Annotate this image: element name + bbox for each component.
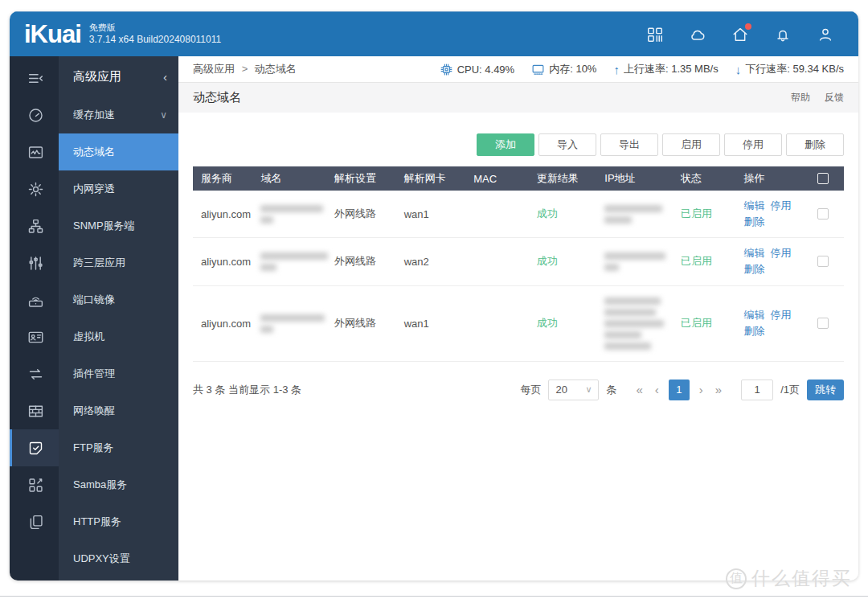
version-info: 免费版 3.7.14 x64 Build202408011011 <box>89 23 221 46</box>
rail-item-note-check[interactable] <box>10 429 59 466</box>
apps-grid-icon[interactable] <box>646 26 664 43</box>
user-icon[interactable] <box>817 26 834 43</box>
cell-ip-address <box>598 238 674 285</box>
page-jump-input[interactable]: 1 <box>741 380 773 400</box>
编辑-link[interactable]: 编辑 <box>743 198 764 214</box>
cell-select <box>811 285 844 361</box>
help-link[interactable]: 帮助 <box>791 91 810 105</box>
system-stats: CPU: 4.49%内存: 10%↑上行速率: 1.35 MB/s↓下行速率: … <box>440 62 844 76</box>
select-all-checkbox[interactable] <box>817 173 829 184</box>
sidebar-item-跨三层应用[interactable]: 跨三层应用 <box>59 244 178 281</box>
user-icon <box>817 26 834 43</box>
home-icon[interactable] <box>731 26 749 43</box>
cell-provider: aliyun.com <box>193 285 254 361</box>
status-bar: 高级应用 > 动态域名 CPU: 4.49%内存: 10%↑上行速率: 1.35… <box>178 56 858 83</box>
编辑-link[interactable]: 编辑 <box>743 307 764 323</box>
停用-button[interactable]: 停用 <box>724 133 782 156</box>
sidebar-item-UDPXY设置[interactable]: UDPXY设置 <box>59 540 178 577</box>
arrow-up-icon: ↑ <box>613 64 620 76</box>
feedback-link[interactable]: 反馈 <box>825 91 844 105</box>
编辑-link[interactable]: 编辑 <box>743 245 764 261</box>
notification-badge <box>745 23 751 30</box>
删除-link[interactable]: 删除 <box>743 261 764 277</box>
删除-link[interactable]: 删除 <box>743 214 764 230</box>
redacted-text <box>260 314 325 322</box>
per-page-select[interactable]: 20 ∨ <box>548 380 599 400</box>
sidebar-header-advanced-apps[interactable]: 高级应用 ‹ <box>59 56 178 96</box>
cell-update-result: 成功 <box>530 238 599 285</box>
action-toolbar: 添加导入导出启用停用删除 <box>193 133 844 156</box>
删除-link[interactable]: 删除 <box>743 323 764 339</box>
sidebar-item-label: 动态域名 <box>73 145 115 159</box>
next-page-button[interactable]: › <box>697 383 706 396</box>
cell-provider: aliyun.com <box>193 191 254 238</box>
memory-icon <box>531 63 545 76</box>
添加-button[interactable]: 添加 <box>477 133 534 156</box>
chevron-down-icon: ∨ <box>160 109 167 121</box>
rail-item-menu-collapse[interactable] <box>10 59 59 96</box>
rail-item-wireless[interactable] <box>10 281 59 318</box>
sidebar-item-label: UDPXY设置 <box>73 552 130 566</box>
table-row: aliyun.com外网线路wan1成功已启用编辑停用删除 <box>193 191 844 238</box>
sidebar-item-缓存加速[interactable]: 缓存加速∨ <box>59 96 178 133</box>
停用-link[interactable]: 停用 <box>770 198 791 214</box>
rail-item-swap-arrows[interactable] <box>10 355 59 392</box>
column-header-select-all <box>811 166 844 191</box>
sidebar-item-动态域名[interactable]: 动态域名 <box>59 133 178 170</box>
导出-button[interactable]: 导出 <box>600 133 658 156</box>
breadcrumb-parent[interactable]: 高级应用 <box>193 63 235 75</box>
导入-button[interactable]: 导入 <box>538 133 596 156</box>
cell-domain <box>254 191 328 238</box>
row-checkbox[interactable] <box>817 318 829 329</box>
sidebar-item-HTTP服务[interactable]: HTTP服务 <box>59 503 178 540</box>
sidebar-item-label: SNMP服务端 <box>73 219 135 233</box>
row-checkbox[interactable] <box>817 208 829 219</box>
per-page-value: 20 <box>555 384 567 396</box>
sidebar-item-FTP服务[interactable]: FTP服务 <box>59 429 178 466</box>
column-header-状态: 状态 <box>674 166 737 191</box>
rail-item-gear[interactable] <box>10 170 59 207</box>
cloud-icon[interactable] <box>689 26 706 43</box>
停用-link[interactable]: 停用 <box>770 307 791 323</box>
rail-item-plugin-grid[interactable] <box>10 466 59 503</box>
删除-button[interactable]: 删除 <box>786 133 844 156</box>
sidebar-item-SNMP服务端[interactable]: SNMP服务端 <box>59 207 178 244</box>
sidebar-item-内网穿透[interactable]: 内网穿透 <box>59 170 178 207</box>
stat-label: CPU: 4.49% <box>457 64 515 76</box>
cell-resolve-setting: 外网线路 <box>328 238 398 285</box>
启用-button[interactable]: 启用 <box>662 133 720 156</box>
cell-ip-address <box>598 191 674 238</box>
bell-icon[interactable] <box>774 26 792 43</box>
sidebar-item-端口镜像[interactable]: 端口镜像 <box>59 281 178 318</box>
cell-actions: 编辑停用删除 <box>737 238 811 285</box>
redacted-text <box>604 205 662 212</box>
redacted-text <box>604 297 661 305</box>
sidebar-item-虚拟机[interactable]: 虚拟机 <box>59 318 178 355</box>
last-page-button[interactable]: » <box>713 383 724 396</box>
table-body: aliyun.com外网线路wan1成功已启用编辑停用删除aliyun.com外… <box>193 191 844 361</box>
table-row: aliyun.com外网线路wan1成功已启用编辑停用删除 <box>193 285 844 361</box>
prev-page-button[interactable]: ‹ <box>653 383 661 396</box>
rail-item-firewall[interactable] <box>10 392 59 429</box>
row-checkbox[interactable] <box>817 256 829 267</box>
swap-arrows-icon <box>27 366 44 383</box>
rail-item-copy-pages[interactable] <box>10 503 59 540</box>
icon-rail <box>10 56 59 581</box>
current-page-button[interactable]: 1 <box>669 380 690 400</box>
rail-item-idcard[interactable] <box>10 318 59 355</box>
sidebar-item-Samba服务[interactable]: Samba服务 <box>59 466 178 503</box>
rail-item-gauge[interactable] <box>10 96 59 133</box>
menu-collapse-icon <box>27 70 44 87</box>
停用-link[interactable]: 停用 <box>770 245 791 261</box>
rail-item-monitor-chart[interactable] <box>10 133 59 170</box>
wireless-icon <box>27 292 44 309</box>
rail-item-topology[interactable] <box>10 207 59 244</box>
rail-item-sliders[interactable] <box>10 244 59 281</box>
jump-button[interactable]: 跳转 <box>807 380 844 400</box>
sidebar-item-插件管理[interactable]: 插件管理 <box>59 355 178 392</box>
ikuai-logo: iKuai <box>24 22 81 47</box>
redacted-text <box>604 216 632 224</box>
apps-grid-icon <box>646 26 664 43</box>
first-page-button[interactable]: « <box>633 383 645 396</box>
sidebar-item-网络唤醒[interactable]: 网络唤醒 <box>59 392 178 429</box>
